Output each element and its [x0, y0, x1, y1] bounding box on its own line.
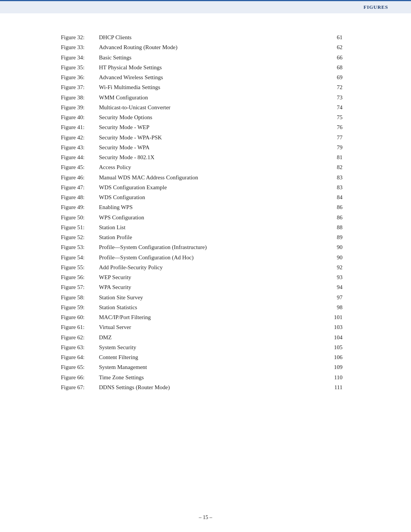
page-number: – 15 –	[199, 514, 212, 520]
table-row: Figure 64:Content Filtering106	[61, 352, 342, 362]
figure-label: Figure 44:	[61, 152, 99, 162]
figure-title: Security Mode - WPA	[99, 142, 327, 152]
table-row: Figure 50:WPS Configuration86	[61, 212, 342, 222]
figure-label: Figure 48:	[61, 192, 99, 202]
table-row: Figure 57:WPA Security94	[61, 282, 342, 292]
figure-title: Virtual Server	[99, 322, 327, 332]
table-row: Figure 41:Security Mode - WEP76	[61, 122, 342, 132]
figure-title: WMM Configuration	[99, 93, 327, 102]
figure-title: Time Zone Settings	[99, 372, 327, 382]
figure-title: Advanced Wireless Settings	[99, 72, 327, 82]
table-row: Figure 40:Security Mode Options75	[61, 112, 342, 122]
figure-title: Manual WDS MAC Address Configuration	[99, 173, 327, 182]
table-row: Figure 39:Multicast-to-Unicast Converter…	[61, 102, 342, 112]
figure-page: 83	[327, 173, 342, 182]
header-title: Figures	[363, 4, 388, 10]
figure-title: Security Mode - 802.1X	[99, 152, 327, 162]
figure-label: Figure 62:	[61, 332, 99, 342]
figure-label: Figure 34:	[61, 53, 99, 62]
figure-page: 111	[327, 382, 342, 392]
table-row: Figure 60:MAC/IP/Port Filtering101	[61, 312, 342, 322]
figure-title: System Security	[99, 342, 327, 352]
figure-page: 101	[327, 312, 342, 322]
figure-label: Figure 60:	[61, 312, 99, 322]
figure-page: 98	[327, 302, 342, 312]
table-row: Figure 66:Time Zone Settings110	[61, 372, 342, 382]
figure-label: Figure 65:	[61, 362, 99, 372]
figure-title: DMZ	[99, 332, 327, 342]
figure-label: Figure 45:	[61, 162, 99, 172]
table-row: Figure 55:Add Profile-Security Policy92	[61, 262, 342, 272]
figure-page: 73	[327, 93, 342, 102]
figure-page: 74	[327, 102, 342, 112]
figure-title: Station Profile	[99, 232, 327, 242]
figure-label: Figure 53:	[61, 242, 99, 252]
figure-page: 97	[327, 292, 342, 302]
table-row: Figure 56:WEP Security93	[61, 272, 342, 282]
table-row: Figure 54:Profile—System Configuration (…	[61, 252, 342, 262]
figure-title: WPA Security	[99, 282, 327, 292]
figure-label: Figure 39:	[61, 102, 99, 112]
figure-label: Figure 38:	[61, 93, 99, 102]
figure-page: 66	[327, 53, 342, 62]
figure-label: Figure 52:	[61, 232, 99, 242]
figure-page: 77	[327, 133, 342, 142]
figure-title: Wi-Fi Multimedia Settings	[99, 82, 327, 92]
figure-page: 84	[327, 192, 342, 202]
page-content: Figure 32:DHCP Clients61Figure 33:Advanc…	[0, 29, 411, 415]
table-row: Figure 42:Security Mode - WPA-PSK77	[61, 133, 342, 142]
table-row: Figure 53:Profile—System Configuration (…	[61, 242, 342, 252]
figure-title: Security Mode - WPA-PSK	[99, 133, 327, 142]
table-row: Figure 51:Station List88	[61, 222, 342, 232]
figure-title: Profile—System Configuration (Infrastruc…	[99, 242, 327, 252]
table-row: Figure 58:Station Site Survey97	[61, 292, 342, 302]
figure-title: Security Mode - WEP	[99, 122, 327, 132]
page-header: Figures	[0, 0, 411, 13]
table-row: Figure 37:Wi-Fi Multimedia Settings72	[61, 82, 342, 92]
figure-label: Figure 63:	[61, 342, 99, 352]
figure-page: 105	[327, 342, 342, 352]
figure-page: 93	[327, 272, 342, 282]
figure-label: Figure 35:	[61, 62, 99, 72]
page-footer: – 15 –	[0, 514, 411, 521]
table-row: Figure 45:Access Policy82	[61, 162, 342, 172]
figure-label: Figure 56:	[61, 272, 99, 282]
figure-page: 75	[327, 112, 342, 122]
figure-label: Figure 47:	[61, 182, 99, 192]
figure-title: WPS Configuration	[99, 212, 327, 222]
figure-page: 82	[327, 162, 342, 172]
figure-page: 62	[327, 42, 342, 52]
figure-title: Station List	[99, 222, 327, 232]
figure-label: Figure 59:	[61, 302, 99, 312]
figure-page: 103	[327, 322, 342, 332]
figure-label: Figure 49:	[61, 202, 99, 212]
figure-page: 94	[327, 282, 342, 292]
figure-label: Figure 67:	[61, 382, 99, 392]
table-row: Figure 52:Station Profile89	[61, 232, 342, 242]
table-row: Figure 44:Security Mode - 802.1X81	[61, 152, 342, 162]
figure-page: 109	[327, 362, 342, 372]
figure-page: 81	[327, 152, 342, 162]
figure-label: Figure 50:	[61, 212, 99, 222]
figure-page: 88	[327, 222, 342, 232]
figure-label: Figure 42:	[61, 133, 99, 142]
figure-title: Station Site Survey	[99, 292, 327, 302]
table-row: Figure 47:WDS Configuration Example83	[61, 182, 342, 192]
figures-table: Figure 32:DHCP Clients61Figure 33:Advanc…	[61, 32, 342, 392]
table-row: Figure 43:Security Mode - WPA79	[61, 142, 342, 152]
table-row: Figure 32:DHCP Clients61	[61, 32, 342, 42]
figure-title: MAC/IP/Port Filtering	[99, 312, 327, 322]
table-row: Figure 35:HT Physical Mode Settings68	[61, 62, 342, 72]
figure-page: 61	[327, 32, 342, 42]
table-row: Figure 61:Virtual Server103	[61, 322, 342, 332]
figure-label: Figure 54:	[61, 252, 99, 262]
figure-title: Profile—System Configuration (Ad Hoc)	[99, 252, 327, 262]
figure-title: Content Filtering	[99, 352, 327, 362]
figure-label: Figure 33:	[61, 42, 99, 52]
table-row: Figure 62:DMZ104	[61, 332, 342, 342]
figure-title: System Management	[99, 362, 327, 372]
figure-page: 69	[327, 72, 342, 82]
figure-page: 106	[327, 352, 342, 362]
figure-page: 104	[327, 332, 342, 342]
figure-label: Figure 66:	[61, 372, 99, 382]
